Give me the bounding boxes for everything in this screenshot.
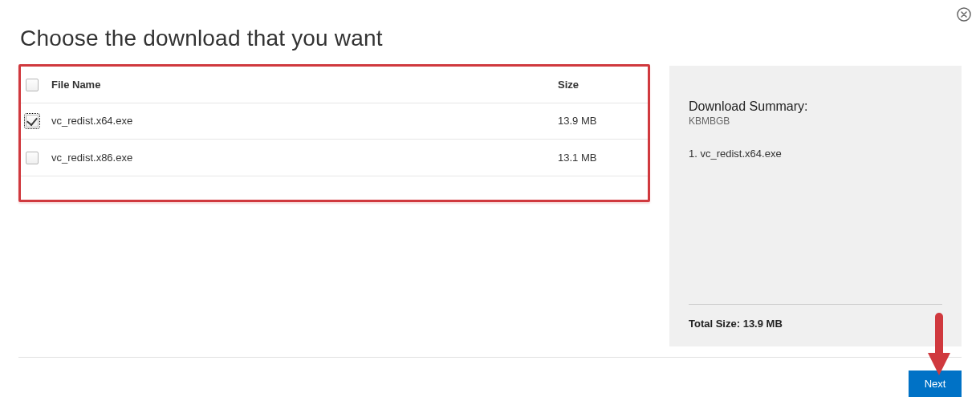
row-checkbox[interactable] bbox=[26, 152, 39, 164]
download-table-panel: File Name Size vc_redist.x64.exe 13.9 MB… bbox=[18, 64, 650, 202]
file-name-cell: vc_redist.x86.exe bbox=[45, 140, 551, 176]
row-checkbox[interactable] bbox=[26, 115, 39, 128]
column-header-filename: File Name bbox=[45, 67, 551, 103]
page-title: Choose the download that you want bbox=[0, 0, 980, 51]
close-icon[interactable] bbox=[956, 6, 972, 22]
table-row: vc_redist.x86.exe 13.1 MB bbox=[21, 140, 648, 176]
file-size-cell: 13.9 MB bbox=[551, 103, 648, 140]
file-name-cell: vc_redist.x64.exe bbox=[45, 103, 551, 140]
column-header-size: Size bbox=[551, 67, 648, 103]
summary-title: Download Summary: bbox=[689, 99, 942, 114]
next-button[interactable]: Next bbox=[909, 371, 962, 397]
summary-total: Total Size: 13.9 MB bbox=[689, 318, 942, 330]
table-row: vc_redist.x64.exe 13.9 MB bbox=[21, 103, 648, 140]
select-all-checkbox[interactable] bbox=[26, 79, 39, 91]
summary-list: 1. vc_redist.x64.exe bbox=[689, 148, 942, 160]
table-header-row: File Name Size bbox=[21, 67, 648, 103]
bottom-divider bbox=[18, 357, 962, 358]
download-table: File Name Size vc_redist.x64.exe 13.9 MB… bbox=[21, 67, 648, 176]
file-size-cell: 13.1 MB bbox=[551, 140, 648, 176]
summary-list-item: 1. vc_redist.x64.exe bbox=[689, 148, 942, 160]
summary-divider bbox=[689, 304, 942, 305]
summary-units: KBMBGB bbox=[689, 115, 942, 127]
download-summary-panel: Download Summary: KBMBGB 1. vc_redist.x6… bbox=[669, 66, 962, 346]
